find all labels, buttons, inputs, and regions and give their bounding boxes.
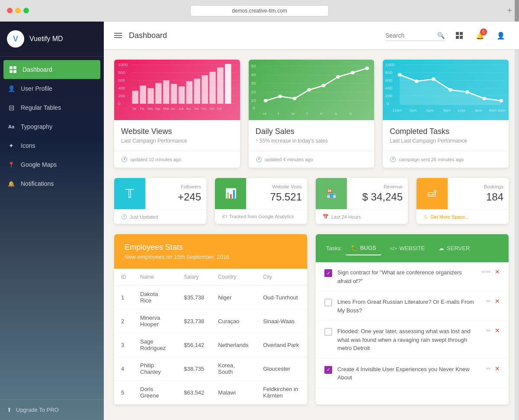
col-city: City [256, 269, 307, 286]
edit-task-4-button[interactable]: ✏ [486, 365, 491, 372]
couch-icon: 🛋 [428, 189, 436, 199]
svg-point-53 [278, 95, 282, 98]
clock-icon: 🕐 [121, 214, 127, 220]
clock-icon [390, 156, 396, 162]
app-title: Vuetify MD [29, 35, 63, 43]
cell-salary: $35,738 [177, 286, 211, 309]
notifications-button[interactable]: 🔔 5 [472, 28, 488, 43]
sidebar-item-regular-tables[interactable]: ⊟ Regular Tables [0, 98, 104, 117]
maximize-window-button[interactable] [23, 8, 29, 13]
edit-task-1-button[interactable]: ✏ [481, 268, 491, 275]
tasks-tab-bugs[interactable]: 🐛 BUGS [346, 241, 381, 255]
app-logo: V [7, 30, 24, 48]
svg-text:400: 400 [385, 86, 393, 90]
svg-rect-22 [179, 86, 185, 104]
twitter-widget: 𝕋 Followers +245 🕐 Just Updated [114, 178, 206, 224]
svg-text:600: 600 [118, 78, 125, 83]
cell-city: Sinaai-Waas [256, 309, 307, 333]
employees-table-header-row: ID Name Salary Country City [114, 269, 307, 286]
topbar: Dashboard 🔍 🔔 5 👤 [104, 22, 519, 49]
edit-task-2-button[interactable]: ✏ [486, 298, 491, 305]
bar-chart-icon-box: 📊 [215, 178, 246, 209]
bar-chart-icon: 📊 [225, 188, 237, 199]
sidebar-footer: ⬆ Upgrade To PRO [0, 399, 104, 420]
new-tab-button[interactable]: + [507, 6, 512, 16]
website-visits-value: 75.521 [251, 191, 302, 203]
task-checkbox-2[interactable] [324, 299, 332, 306]
completed-tasks-subtitle: Last Last Campaign Performance [390, 138, 502, 144]
dashboard-icon [9, 65, 17, 74]
upgrade-button[interactable]: ⬆ Upgrade To PRO [7, 407, 97, 413]
scrollbar-track[interactable] [515, 0, 519, 420]
delete-task-2-button[interactable]: ✕ [495, 298, 500, 305]
tasks-header: Tasks: 🐛 BUGS </> WEBSITE ☁ SERVER [316, 234, 509, 262]
completed-tasks-footer: campaign sent 26 minutes ago [383, 151, 509, 168]
table-row: 4 Philip Chanley $38,735 Korea, South Gl… [114, 357, 307, 381]
svg-text:1000: 1000 [118, 63, 128, 67]
user-account-button[interactable]: 👤 [493, 28, 509, 43]
warning-icon: ⚠ [423, 214, 428, 220]
minimize-window-button[interactable] [15, 8, 21, 13]
close-window-button[interactable] [7, 8, 13, 13]
sidebar-item-icons[interactable]: Icons [0, 136, 104, 155]
delete-task-3-button[interactable]: ✕ [495, 327, 500, 334]
bookings-footer-text: Get More Space... [430, 214, 469, 220]
user-profile-icon [7, 84, 16, 93]
svg-point-84 [483, 97, 487, 100]
sidebar-item-typography[interactable]: Aa Typography [0, 117, 104, 136]
url-bar[interactable]: demos.creative-tim.com [190, 5, 329, 16]
tasks-label: Tasks: [326, 245, 342, 251]
tasks-tab-server[interactable]: ☁ SERVER [433, 242, 475, 255]
grid-view-button[interactable] [452, 28, 467, 43]
website-views-footer: updated 10 minutes ago [114, 151, 240, 168]
task-actions-2: ✏ ✕ [486, 298, 500, 305]
cell-country: Niger [211, 286, 256, 309]
twitter-icon-box: 𝕋 [114, 178, 145, 209]
svg-text:3pm: 3pm [410, 108, 417, 112]
edit-task-3-button[interactable]: ✏ [486, 327, 491, 334]
sidebar-item-notifications[interactable]: Notifications [0, 174, 104, 193]
revenue-meta: Revenue $ 34,245 [347, 181, 408, 207]
task-checkbox-1[interactable] [324, 269, 332, 277]
maps-icon [7, 160, 16, 169]
task-checkbox-3[interactable] [324, 328, 332, 336]
svg-text:12pr: 12pr [458, 108, 466, 112]
account-icon: 👤 [497, 32, 505, 40]
website-visits-meta: Website Visits 75.521 [246, 181, 307, 207]
delete-task-4-button[interactable]: ✕ [495, 365, 500, 372]
up-indicator: ↑ [256, 138, 260, 144]
sidebar: V Vuetify MD Dashboard User Profile ⊟ [0, 22, 104, 420]
cell-city: Gloucester [256, 357, 307, 381]
completed-tasks-title: Completed Tasks [390, 127, 502, 136]
search-bar[interactable]: 🔍 [385, 30, 445, 41]
svg-text:40: 40 [251, 73, 256, 77]
cell-country: Netherlands [211, 333, 256, 357]
tasks-tab-website[interactable]: </> WEBSITE [385, 242, 430, 255]
sidebar-item-label: Dashboard [22, 66, 52, 73]
employees-title: Employees Stats [125, 243, 297, 252]
search-icon[interactable]: 🔍 [437, 32, 445, 39]
topbar-actions: 🔔 5 👤 [452, 28, 509, 43]
sidebar-item-google-maps[interactable]: Google Maps [0, 155, 104, 174]
search-input[interactable] [385, 30, 437, 41]
stat-cards-row: 1000 800 600 400 200 0 [114, 60, 509, 168]
cell-id: 2 [114, 309, 133, 333]
task-item-2: Lines From Great Russian Literature? Or … [316, 292, 509, 321]
svg-text:Ap: Ap [155, 106, 160, 110]
svg-rect-2 [456, 36, 459, 39]
sidebar-item-user-profile[interactable]: User Profile [0, 79, 104, 98]
revenue-widget: 🏪 Revenue $ 34,245 📅 Last 24 Hours [316, 178, 408, 224]
completed-tasks-card: 1000 800 600 400 200 0 [383, 60, 509, 168]
delete-task-1-button[interactable]: ✕ [495, 268, 500, 275]
notification-badge: 5 [480, 29, 487, 35]
sidebar-item-dashboard[interactable]: Dashboard [3, 60, 100, 79]
svg-rect-18 [147, 88, 154, 104]
svg-rect-1 [460, 32, 463, 35]
menu-button[interactable] [114, 33, 122, 38]
task-text-1: Sign contract for "What are conference o… [337, 268, 476, 285]
task-checkbox-4[interactable] [324, 366, 332, 374]
task-text-2: Lines From Great Russian Literature? Or … [337, 298, 481, 315]
svg-text:12am: 12am [393, 108, 402, 112]
page-title: Dashboard [129, 31, 385, 40]
daily-sales-body: Daily Sales ↑ 55% increase in today's sa… [249, 120, 375, 151]
